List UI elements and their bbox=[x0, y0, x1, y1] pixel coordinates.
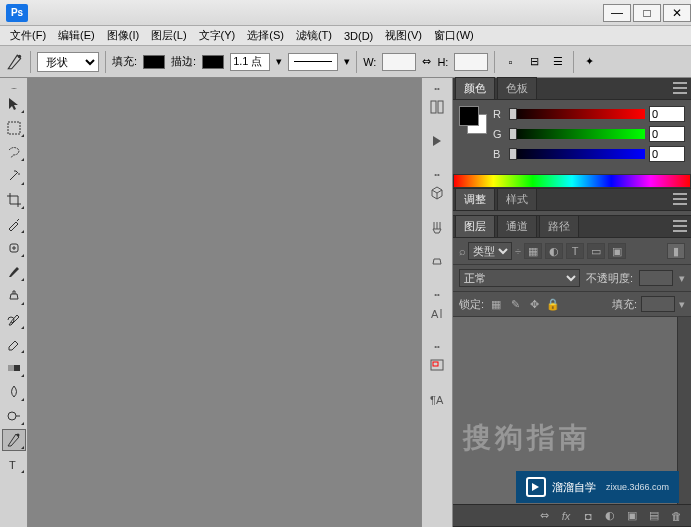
stroke-style-select[interactable] bbox=[288, 53, 338, 71]
3d-panel-icon[interactable] bbox=[424, 180, 450, 206]
filter-shape-icon[interactable]: ▭ bbox=[587, 243, 605, 259]
panel-grip[interactable]: •• bbox=[422, 290, 452, 296]
g-input[interactable] bbox=[649, 126, 685, 142]
layer-scrollbar[interactable] bbox=[677, 317, 691, 504]
opacity-input[interactable] bbox=[639, 270, 673, 286]
tab-channels[interactable]: 通道 bbox=[497, 215, 537, 237]
filter-toggle[interactable]: ▮ bbox=[667, 243, 685, 259]
paragraph-panel-icon[interactable]: ¶A bbox=[424, 386, 450, 412]
filter-smart-icon[interactable]: ▣ bbox=[608, 243, 626, 259]
navigator-panel-icon[interactable] bbox=[424, 352, 450, 378]
menu-filter[interactable]: 滤镜(T) bbox=[290, 26, 338, 45]
path-operations-icon[interactable]: ▫ bbox=[501, 53, 519, 71]
crop-tool[interactable] bbox=[2, 189, 26, 211]
fill-opacity-input[interactable] bbox=[641, 296, 675, 312]
close-button[interactable]: ✕ bbox=[663, 4, 691, 22]
width-input[interactable] bbox=[382, 53, 416, 71]
fill-swatch[interactable] bbox=[143, 55, 165, 69]
panel-menu-icon[interactable] bbox=[673, 193, 687, 205]
menu-edit[interactable]: 编辑(E) bbox=[52, 26, 101, 45]
minimize-button[interactable]: — bbox=[603, 4, 631, 22]
lock-transparent-icon[interactable]: ▦ bbox=[488, 296, 504, 312]
arrange-icon[interactable]: ☰ bbox=[549, 53, 567, 71]
layer-fx-icon[interactable]: fx bbox=[557, 508, 575, 524]
toolbox-grip[interactable] bbox=[0, 84, 27, 90]
stroke-width-input[interactable] bbox=[230, 53, 270, 71]
r-input[interactable] bbox=[649, 106, 685, 122]
maximize-button[interactable]: □ bbox=[633, 4, 661, 22]
stroke-style-dropdown-icon[interactable]: ▾ bbox=[344, 55, 350, 68]
tab-layers[interactable]: 图层 bbox=[455, 215, 495, 237]
height-input[interactable] bbox=[454, 53, 488, 71]
color-spectrum[interactable] bbox=[453, 174, 691, 188]
brush-tool[interactable] bbox=[2, 261, 26, 283]
eraser-tool[interactable] bbox=[2, 333, 26, 355]
blur-tool[interactable] bbox=[2, 381, 26, 403]
panel-menu-icon[interactable] bbox=[673, 220, 687, 232]
new-layer-icon[interactable]: ▤ bbox=[645, 508, 663, 524]
g-slider[interactable] bbox=[509, 129, 645, 139]
marquee-tool[interactable] bbox=[2, 117, 26, 139]
history-panel-icon[interactable] bbox=[424, 94, 450, 120]
link-layers-icon[interactable]: ⇔ bbox=[535, 508, 553, 524]
layer-mask-icon[interactable]: ◘ bbox=[579, 508, 597, 524]
panel-grip[interactable]: •• bbox=[422, 84, 452, 90]
menu-select[interactable]: 选择(S) bbox=[241, 26, 290, 45]
menu-layer[interactable]: 图层(L) bbox=[145, 26, 192, 45]
filter-type-icon[interactable]: T bbox=[566, 243, 584, 259]
menu-file[interactable]: 文件(F) bbox=[4, 26, 52, 45]
fill-dropdown-icon[interactable]: ▾ bbox=[679, 298, 685, 311]
align-icon[interactable]: ⊟ bbox=[525, 53, 543, 71]
healing-brush-tool[interactable] bbox=[2, 237, 26, 259]
panel-menu-icon[interactable] bbox=[673, 82, 687, 94]
pen-tool-icon[interactable] bbox=[6, 53, 24, 71]
stroke-swatch[interactable] bbox=[202, 55, 224, 69]
tool-mode-select[interactable]: 形状 bbox=[37, 52, 99, 72]
b-slider[interactable] bbox=[509, 149, 645, 159]
b-input[interactable] bbox=[649, 146, 685, 162]
new-fill-layer-icon[interactable]: ◐ bbox=[601, 508, 619, 524]
tab-adjustments[interactable]: 调整 bbox=[455, 188, 495, 210]
lock-position-icon[interactable]: ✥ bbox=[526, 296, 542, 312]
menu-view[interactable]: 视图(V) bbox=[379, 26, 428, 45]
layer-list[interactable] bbox=[453, 317, 691, 504]
filter-adjustment-icon[interactable]: ◐ bbox=[545, 243, 563, 259]
canvas-area[interactable] bbox=[28, 78, 421, 527]
menu-3d[interactable]: 3D(D) bbox=[338, 28, 379, 44]
menu-window[interactable]: 窗口(W) bbox=[428, 26, 480, 45]
tab-swatches[interactable]: 色板 bbox=[497, 77, 537, 99]
lock-all-icon[interactable]: 🔒 bbox=[545, 296, 561, 312]
panel-grip[interactable]: •• bbox=[422, 342, 452, 348]
pen-tool[interactable] bbox=[2, 429, 26, 451]
opacity-dropdown-icon[interactable]: ▾ bbox=[679, 272, 685, 285]
brush-panel-icon[interactable] bbox=[424, 214, 450, 240]
link-wh-icon[interactable]: ⇔ bbox=[422, 55, 431, 68]
gear-icon[interactable]: ✦ bbox=[580, 53, 598, 71]
delete-layer-icon[interactable]: 🗑 bbox=[667, 508, 685, 524]
dodge-tool[interactable] bbox=[2, 405, 26, 427]
move-tool[interactable] bbox=[2, 93, 26, 115]
layer-kind-select[interactable]: 类型 bbox=[468, 242, 512, 260]
clone-stamp-tool[interactable] bbox=[2, 285, 26, 307]
lock-image-icon[interactable]: ✎ bbox=[507, 296, 523, 312]
stroke-dropdown-icon[interactable]: ▾ bbox=[276, 55, 282, 68]
r-slider[interactable] bbox=[509, 109, 645, 119]
character-panel-icon[interactable]: A bbox=[424, 300, 450, 326]
lasso-tool[interactable] bbox=[2, 141, 26, 163]
clone-source-panel-icon[interactable] bbox=[424, 248, 450, 274]
eyedropper-tool[interactable] bbox=[2, 213, 26, 235]
menu-image[interactable]: 图像(I) bbox=[101, 26, 145, 45]
new-group-icon[interactable]: ▣ bbox=[623, 508, 641, 524]
type-tool[interactable]: T bbox=[2, 453, 26, 475]
menu-type[interactable]: 文字(Y) bbox=[193, 26, 242, 45]
actions-panel-icon[interactable] bbox=[424, 128, 450, 154]
gradient-tool[interactable] bbox=[2, 357, 26, 379]
tab-styles[interactable]: 样式 bbox=[497, 188, 537, 210]
fg-bg-color-icon[interactable] bbox=[459, 106, 487, 134]
panel-grip[interactable]: •• bbox=[422, 170, 452, 176]
filter-pixel-icon[interactable]: ▦ bbox=[524, 243, 542, 259]
tab-paths[interactable]: 路径 bbox=[539, 215, 579, 237]
blend-mode-select[interactable]: 正常 bbox=[459, 269, 580, 287]
magic-wand-tool[interactable] bbox=[2, 165, 26, 187]
tab-color[interactable]: 颜色 bbox=[455, 77, 495, 99]
